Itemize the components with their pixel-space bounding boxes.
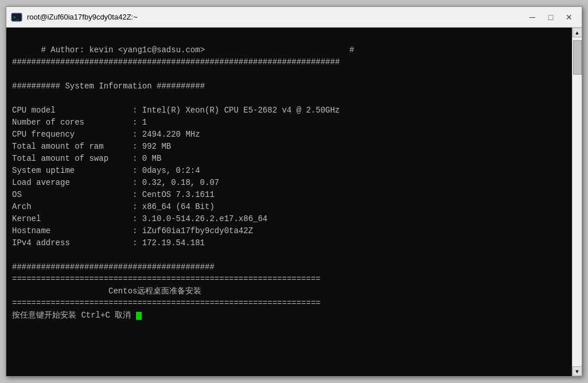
- close-button[interactable]: ✕: [561, 10, 577, 24]
- load-label: Load average: [12, 177, 133, 189]
- hash-line: ########################################…: [12, 57, 340, 67]
- arch-value: : x86_64 (64 Bit): [133, 202, 215, 211]
- cursor-block: [136, 312, 142, 320]
- scrollbar-thumb[interactable]: [573, 40, 582, 75]
- cpu-model-line: CPU model : Intel(R) Xeon(R) CPU E5-2682…: [12, 106, 340, 115]
- terminal-window: >_ root@iZuf60ia17fby9cdy0ta42Z:~ ─ □ ✕ …: [6, 6, 582, 377]
- kernel-value: : 3.10.0-514.26.2.e17.x86_64: [133, 214, 267, 223]
- svg-text:>_: >_: [13, 15, 19, 20]
- hashes-long: ########################################…: [12, 262, 215, 272]
- os-value: : CentOS 7.3.1611: [133, 190, 215, 199]
- arch-line: Arch : x86_64 (64 Bit): [12, 202, 215, 211]
- scrollbar-track[interactable]: [573, 37, 582, 366]
- prompt-line: 按任意键开始安装 Ctrl+C 取消: [12, 311, 142, 320]
- cores-line: Number of cores : 1: [12, 118, 147, 127]
- hostname-value: : iZuf60ia17fby9cdy0ta42Z: [133, 226, 253, 235]
- window-title: root@iZuf60ia17fby9cdy0ta42Z:~: [27, 13, 524, 21]
- freq-line: CPU frequency : 2494.220 MHz: [12, 130, 200, 139]
- ram-value: : 992 MB: [133, 142, 171, 151]
- equals-line1: ========================================…: [12, 274, 321, 284]
- ipv4-label: IPv4 address: [12, 237, 133, 249]
- titlebar: >_ root@iZuf60ia17fby9cdy0ta42Z:~ ─ □ ✕: [6, 7, 582, 28]
- os-label: OS: [12, 189, 133, 201]
- terminal-content[interactable]: # Author: kevin <yang1c@sadsu.com> # ###…: [6, 28, 572, 376]
- cores-value: : 1: [133, 118, 147, 127]
- author-line: # Author: kevin <yang1c@sadsu.com> #: [41, 45, 354, 55]
- freq-value: : 2494.220 MHz: [133, 130, 200, 139]
- window-controls: ─ □ ✕: [524, 10, 577, 24]
- maximize-button[interactable]: □: [543, 10, 559, 24]
- terminal-wrapper: # Author: kevin <yang1c@sadsu.com> # ###…: [6, 28, 582, 376]
- system-info-header: ########## System Information ##########: [12, 82, 205, 91]
- equals-line2: ========================================…: [12, 299, 321, 308]
- uptime-line: System uptime : 0days, 0:2:4: [12, 166, 200, 175]
- center-text: Centos远程桌面准备安装: [108, 287, 201, 296]
- hostname-label: Hostname: [12, 225, 133, 237]
- empty-line1: [12, 69, 17, 79]
- arch-label: Arch: [12, 201, 133, 213]
- ram-line: Total amount of ram : 992 MB: [12, 142, 171, 151]
- ipv4-line: IPv4 address : 172.19.54.181: [12, 238, 205, 247]
- swap-value: : 0 MB: [133, 154, 161, 163]
- cores-label: Number of cores: [12, 117, 133, 129]
- scroll-down-arrow[interactable]: ▼: [573, 366, 582, 376]
- os-line: OS : CentOS 7.3.1611: [12, 190, 215, 199]
- ipv4-value: : 172.19.54.181: [133, 238, 205, 247]
- load-line: Load average : 0.32, 0.18, 0.07: [12, 178, 219, 187]
- terminal-icon: >_: [11, 11, 22, 23]
- swap-line: Total amount of swap: 0 MB: [12, 154, 161, 163]
- kernel-line: Kernel : 3.10.0-514.26.2.e17.x86_64: [12, 214, 267, 223]
- scrollbar[interactable]: ▲ ▼: [572, 28, 582, 376]
- swap-label: Total amount of swap: [12, 153, 133, 165]
- prompt-text: 按任意键开始安装 Ctrl+C 取消: [12, 311, 131, 320]
- empty-line3: [12, 250, 17, 260]
- uptime-label: System uptime: [12, 165, 133, 177]
- center-text-line: Centos远程桌面准备安装: [12, 287, 201, 296]
- empty-line2: [12, 94, 17, 103]
- load-value: : 0.32, 0.18, 0.07: [133, 178, 219, 187]
- kernel-label: Kernel: [12, 213, 133, 225]
- scroll-up-arrow[interactable]: ▲: [573, 28, 582, 37]
- minimize-button[interactable]: ─: [524, 10, 540, 24]
- freq-label: CPU frequency: [12, 129, 133, 141]
- cpu-model-value: : Intel(R) Xeon(R) CPU E5-2682 v4 @ 2.50…: [133, 106, 340, 115]
- ram-label: Total amount of ram: [12, 141, 133, 153]
- uptime-value: : 0days, 0:2:4: [133, 166, 200, 175]
- hostname-line: Hostname : iZuf60ia17fby9cdy0ta42Z: [12, 226, 253, 235]
- cpu-model-label: CPU model: [12, 105, 133, 117]
